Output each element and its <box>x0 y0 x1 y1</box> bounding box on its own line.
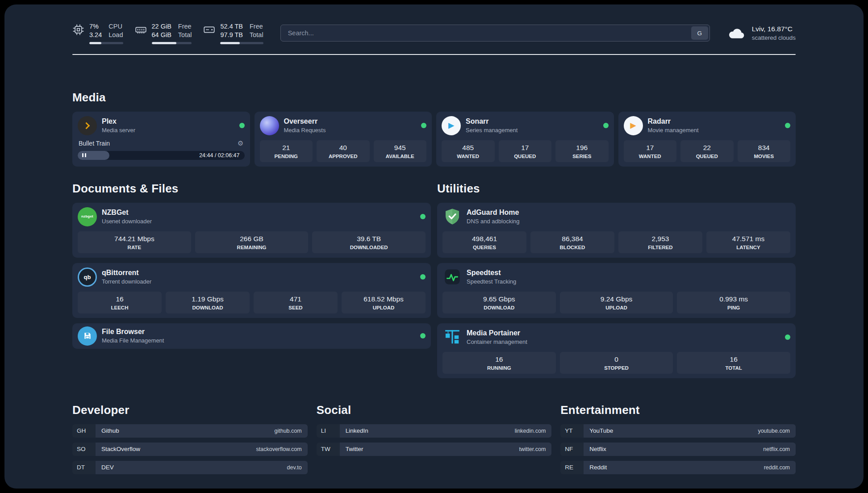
memory-widget: 22 GiB 64 GiB Free Total <box>135 22 192 44</box>
radarr-card[interactable]: ▶ Radarr Movie management 17 WANTED 22 Q… <box>618 112 796 167</box>
speedtest-icon <box>442 267 462 287</box>
bookmark-dev[interactable]: DT DEV dev.to <box>72 461 308 474</box>
bookmark-youtube[interactable]: YT YouTube youtube.com <box>560 424 796 438</box>
stat-tile: 16 RUNNING <box>442 352 556 374</box>
documents-column: Documents & Files nzbget NZBGet Usenet d… <box>72 182 431 349</box>
stat-tile: 16 LEECH <box>78 292 162 313</box>
stat-tile: 9.65 Gbps DOWNLOAD <box>442 292 556 313</box>
stat-label: APPROVED <box>318 154 368 159</box>
qbittorrent-card[interactable]: qb qBittorrent Torrent downloader 16 LEE… <box>72 263 431 318</box>
status-dot <box>420 214 426 219</box>
app-name: Radarr <box>648 117 699 125</box>
bookmark-stackoverflow[interactable]: SO StackOverflow stackoverflow.com <box>72 443 308 456</box>
bookmark-pill: DEV dev.to <box>96 461 308 474</box>
waveform-icon <box>443 268 461 286</box>
memory-free-label: Free <box>178 22 192 31</box>
bookmark-linkedin[interactable]: LI LinkedIn linkedin.com <box>317 424 552 438</box>
stat-label: RUNNING <box>444 365 554 371</box>
app-name: NZBGet <box>102 209 152 217</box>
weather-location: Lviv, 16.87°C <box>752 25 796 33</box>
plex-card[interactable]: Plex Media server Bullet Train ⚙ 24:44 /… <box>72 112 250 167</box>
search-input[interactable] <box>280 25 710 42</box>
stat-tile: 0 STOPPED <box>560 352 673 374</box>
stat-label: WANTED <box>443 154 493 159</box>
portainer-icon <box>442 328 462 347</box>
stat-tile: 266 GB REMAINING <box>195 231 309 253</box>
bookmark-twitter[interactable]: TW Twitter twitter.com <box>317 443 552 456</box>
stat-label: DOWNLOADED <box>314 245 424 250</box>
stat-label: DOWNLOAD <box>444 305 554 310</box>
app-subtitle: Movie management <box>648 127 699 134</box>
speedtest-card[interactable]: Speedtest Speedtest Tracking 9.65 Gbps D… <box>437 263 796 318</box>
stat-label: QUERIES <box>444 245 525 250</box>
cpu-icon <box>72 24 84 36</box>
app-name: Speedtest <box>467 269 516 277</box>
app-subtitle: DNS and adblocking <box>467 218 520 225</box>
search-engine-button[interactable]: G <box>691 26 708 40</box>
stat-tile: 9.24 Gbps UPLOAD <box>560 292 673 313</box>
utilities-column: Utilities AdGuard Home DNS and adblockin… <box>437 182 796 378</box>
bookmark-abbr: DT <box>72 461 96 474</box>
bookmark-reddit[interactable]: RE Reddit reddit.com <box>560 461 796 474</box>
status-dot <box>603 123 609 128</box>
cloud-icon <box>727 25 747 41</box>
app-name: Media Portainer <box>467 329 527 337</box>
memory-icon <box>135 24 147 36</box>
filebrowser-icon <box>78 326 97 346</box>
stat-tile: 196 SERIES <box>555 140 609 162</box>
cpu-widget: 7% 3.24 CPU Load <box>72 22 123 44</box>
nzbget-card[interactable]: nzbget NZBGet Usenet downloader 744.21 M… <box>72 203 431 258</box>
portainer-card[interactable]: Media Portainer Container management 16 … <box>437 323 796 378</box>
playback-progress-bar[interactable]: 24:44 / 02:06:47 <box>78 151 245 160</box>
stat-value: 0 <box>562 355 672 363</box>
cpu-percent: 7% <box>89 22 102 31</box>
adguard-icon <box>442 207 462 226</box>
stat-label: QUEUED <box>501 154 550 159</box>
app-subtitle: Usenet downloader <box>102 218 152 225</box>
bookmark-domain: linkedin.com <box>515 428 546 434</box>
stat-value: 16 <box>679 355 789 363</box>
gear-icon[interactable]: ⚙ <box>238 139 243 147</box>
bookmark-netflix[interactable]: NF Netflix netflix.com <box>560 443 796 456</box>
stat-label: WANTED <box>626 154 675 159</box>
bookmark-domain: dev.to <box>287 464 302 471</box>
play-icon: ▶ <box>630 122 636 129</box>
bookmark-abbr: NF <box>560 443 584 456</box>
stat-label: UPLOAD <box>562 305 672 310</box>
disk-widget: 52.4 TB 97.9 TB Free Total <box>203 22 263 44</box>
overseerr-card[interactable]: Overseerr Media Requests 21 PENDING 40 A… <box>255 112 432 167</box>
memory-usage-bar <box>152 42 192 44</box>
now-playing-title: Bullet Train <box>79 140 110 147</box>
stat-value: 16 <box>79 295 160 303</box>
bookmark-abbr: GH <box>72 424 96 438</box>
disk-icon <box>203 24 215 36</box>
stat-tile: 1.19 Gbps DOWNLOAD <box>166 292 250 313</box>
sonarr-card[interactable]: ▶ Sonarr Series management 485 WANTED 17… <box>436 112 614 167</box>
bookmark-github[interactable]: GH Github github.com <box>72 424 308 438</box>
stat-label: MOVIES <box>739 154 789 159</box>
stat-value: 17 <box>501 144 550 152</box>
stat-label: SERIES <box>557 154 607 159</box>
bookmark-group-social: Social LI LinkedIn linkedin.com TW Twitt… <box>317 403 552 479</box>
status-dot <box>239 123 245 128</box>
adguard-card[interactable]: AdGuard Home DNS and adblocking 498,461 … <box>437 203 796 258</box>
app-subtitle: Media Requests <box>284 127 326 134</box>
status-dot <box>421 123 426 128</box>
stat-label: TOTAL <box>679 365 789 371</box>
stat-value: 498,461 <box>444 235 525 243</box>
stat-value: 39.6 TB <box>314 235 424 243</box>
filebrowser-card[interactable]: File Browser Media File Management <box>72 323 431 349</box>
app-subtitle: Media File Management <box>102 337 164 344</box>
dashboard: 7% 3.24 CPU Load <box>4 4 864 489</box>
stat-label: DOWNLOAD <box>167 305 248 310</box>
weather-widget: Lviv, 16.87°C scattered clouds <box>727 25 796 41</box>
plex-icon <box>78 116 97 135</box>
stat-label: PING <box>679 305 789 310</box>
bookmark-pill: Netflix netflix.com <box>584 443 796 456</box>
app-name: Plex <box>102 117 135 125</box>
search-container: G <box>280 25 710 42</box>
section-title-documents: Documents & Files <box>72 182 431 196</box>
bookmark-name: Reddit <box>589 464 607 471</box>
app-name: Sonarr <box>466 117 517 125</box>
stat-value: 40 <box>318 144 368 152</box>
